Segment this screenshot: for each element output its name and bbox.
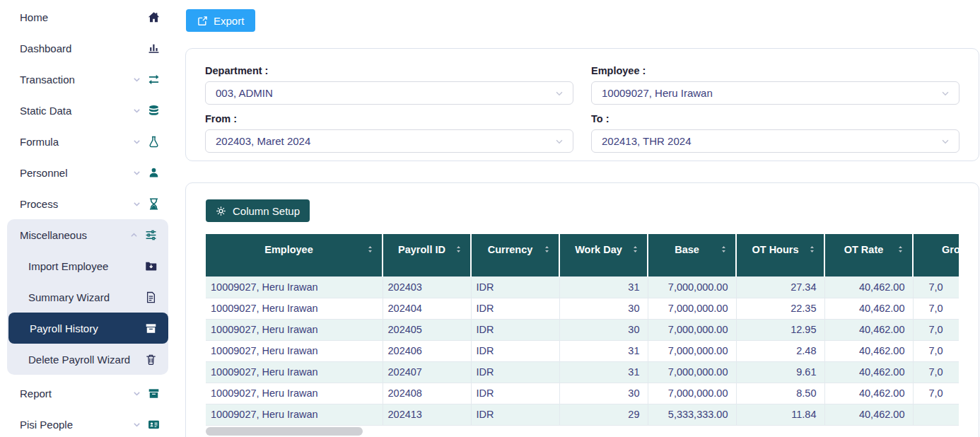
sidebar-item-formula[interactable]: Formula: [0, 126, 175, 157]
table-row: 10009027, Heru Irawan202405IDR307,000,00…: [206, 319, 959, 340]
bar-chart-icon: [148, 42, 160, 54]
table-cell: 202403: [383, 276, 471, 298]
column-header-currency[interactable]: Currency: [471, 234, 559, 276]
sidebar-item-label: Miscellaneous: [20, 229, 129, 241]
payroll-app: HomeDashboardTransactionStatic DataFormu…: [0, 0, 980, 437]
sidebar-item-label: Dashboard: [20, 42, 148, 54]
table-row: 10009027, Heru Irawan202404IDR307,000,00…: [206, 298, 959, 319]
table-cell: 202413: [383, 404, 471, 425]
miscellaneous-group: MiscellaneousImport EmployeeSummary Wiza…: [7, 219, 168, 375]
sidebar-item-static-data[interactable]: Static Data: [0, 95, 175, 126]
column-header-gross-as[interactable]: Gross As: [913, 234, 959, 276]
from-select[interactable]: 202403, Maret 2024: [205, 129, 573, 153]
table-row: 10009027, Heru Irawan202406IDR317,000,00…: [206, 340, 959, 361]
chevron-down-icon: [132, 199, 141, 209]
flask-icon: [148, 136, 160, 148]
table-cell: IDR: [471, 404, 559, 425]
export-icon: [197, 16, 208, 26]
chevron-down-icon: [554, 88, 564, 98]
table-cell: 31: [559, 340, 648, 361]
table-cell: 40,462.00: [824, 319, 913, 340]
table-cell: 30: [559, 298, 648, 319]
column-header-employee[interactable]: Employee: [206, 234, 383, 276]
sidebar-item-delete-payroll-wizard[interactable]: Delete Payroll Wizard: [7, 344, 168, 375]
sidebar-item-label: Static Data: [20, 105, 132, 117]
table-scroll-area: EmployeePayroll IDCurrencyWork DayBaseOT…: [206, 234, 959, 426]
payroll-history-panel: Column Setup EmployeePayroll IDCurrencyW…: [185, 182, 979, 437]
sidebar-item-home[interactable]: Home: [0, 1, 175, 33]
table-cell: 40,462.00: [824, 298, 913, 319]
sidebar-item-label: Personnel: [20, 167, 132, 179]
sidebar-item-label: Pisi People: [20, 419, 132, 431]
department-select[interactable]: 003, ADMIN: [205, 81, 573, 105]
table-cell: 7,000,000.00: [648, 340, 736, 361]
chevron-down-icon: [132, 75, 141, 84]
sidebar-item-process[interactable]: Process: [0, 188, 175, 219]
import-employee-icon: [145, 260, 157, 272]
table-cell: 40,462.00: [824, 361, 913, 383]
sort-icon: [454, 245, 463, 254]
from-label: From :: [205, 113, 573, 124]
employee-filter: Employee : 10009027, Heru Irawan: [591, 65, 959, 105]
table-cell: 7,0: [913, 383, 959, 404]
employee-value: 10009027, Heru Irawan: [602, 87, 713, 99]
table-cell: 31: [559, 276, 648, 298]
table-cell: IDR: [471, 361, 559, 383]
delete-payroll-icon: [145, 354, 157, 366]
table-cell: 7,000,000.00: [648, 361, 736, 383]
table-cell: 40,462.00: [824, 383, 913, 404]
sidebar-item-label: Payroll History: [30, 322, 145, 334]
table-cell: 7,000,000.00: [648, 276, 736, 298]
table-cell: 7,0: [913, 276, 959, 298]
table-cell: 5,333,333.00: [648, 404, 736, 425]
sidebar-item-miscellaneous[interactable]: Miscellaneous: [7, 219, 168, 250]
sidebar-item-label: Import Employee: [28, 260, 145, 272]
table-cell: 10009027, Heru Irawan: [206, 319, 383, 340]
horizontal-scrollbar-thumb[interactable]: [206, 427, 363, 436]
chevron-down-icon: [132, 106, 141, 115]
column-header-payroll-id[interactable]: Payroll ID: [383, 234, 471, 276]
table-cell: 202407: [383, 361, 471, 383]
chevron-down-icon: [132, 137, 141, 146]
table-cell: 10009027, Heru Irawan: [206, 383, 383, 404]
table-cell: 31: [559, 361, 648, 383]
table-cell: 22.35: [736, 298, 824, 319]
table-row: 10009027, Heru Irawan202408IDR307,000,00…: [206, 383, 959, 404]
home-icon: [148, 11, 160, 23]
table-cell: 7,0: [913, 298, 959, 319]
table-cell: 202406: [383, 340, 471, 361]
sidebar-item-report[interactable]: Report: [0, 378, 175, 409]
table-cell: 11.84: [736, 404, 824, 425]
gear-icon: [216, 206, 226, 216]
column-label: Employee: [206, 244, 382, 255]
to-select[interactable]: 202413, THR 2024: [591, 129, 959, 153]
sort-icon: [631, 245, 640, 254]
column-setup-label: Column Setup: [233, 205, 300, 217]
column-header-work-day[interactable]: Work Day: [559, 234, 648, 276]
column-label: Gross As: [914, 244, 959, 255]
to-value: 202413, THR 2024: [602, 135, 691, 147]
sidebar-item-import-employee[interactable]: Import Employee: [7, 250, 168, 281]
column-setup-button[interactable]: Column Setup: [206, 199, 310, 222]
sidebar-item-label: Formula: [20, 136, 132, 148]
sidebar-item-transaction[interactable]: Transaction: [0, 64, 175, 95]
table-cell: 29: [559, 404, 648, 425]
main-content: Export Department : 003, ADMIN Employee …: [175, 0, 980, 437]
sidebar-item-pisi-people[interactable]: Pisi People: [0, 409, 175, 437]
sidebar-item-personnel[interactable]: Personnel: [0, 157, 175, 188]
department-value: 003, ADMIN: [216, 87, 273, 99]
horizontal-scrollbar[interactable]: [206, 427, 959, 436]
export-button[interactable]: Export: [186, 9, 255, 32]
sidebar-item-dashboard[interactable]: Dashboard: [0, 33, 175, 64]
column-header-ot-hours[interactable]: OT Hours: [736, 234, 824, 276]
employee-select[interactable]: 10009027, Heru Irawan: [591, 81, 959, 105]
person-icon: [148, 167, 160, 179]
column-header-ot-rate[interactable]: OT Rate: [824, 234, 913, 276]
sidebar-item-summary-wizard[interactable]: Summary Wizard: [7, 281, 168, 313]
table-cell: IDR: [471, 319, 559, 340]
table-cell: 7,000,000.00: [648, 298, 736, 319]
sidebar-item-payroll-history[interactable]: Payroll History: [8, 313, 168, 344]
column-header-base[interactable]: Base: [648, 234, 736, 276]
sort-icon: [366, 245, 375, 254]
sidebar-item-label: Summary Wizard: [28, 291, 145, 303]
